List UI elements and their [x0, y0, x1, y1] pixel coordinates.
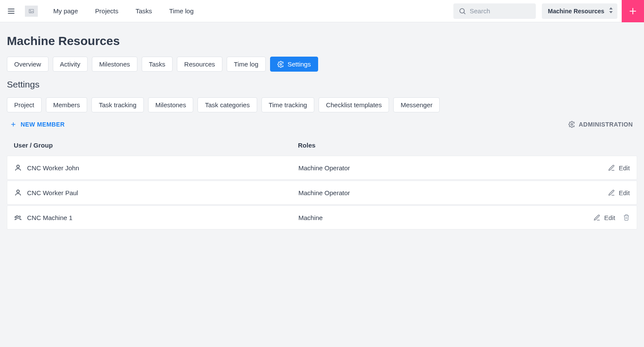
tab-overview[interactable]: Overview	[7, 57, 49, 72]
user-cell: CNC Worker Paul	[14, 189, 298, 196]
col-header-user: User / Group	[14, 142, 298, 149]
svg-point-12	[571, 124, 573, 125]
roles-cell: Machine	[298, 214, 570, 221]
subtab-row: ProjectMembersTask trackingMilestonesTas…	[7, 97, 637, 112]
new-member-label: NEW MEMBER	[21, 121, 65, 128]
svg-point-14	[17, 190, 19, 193]
tab-row: OverviewActivityMilestonesTasksResources…	[7, 57, 637, 72]
svg-point-17	[15, 217, 16, 218]
svg-line-6	[464, 12, 465, 14]
svg-point-9	[280, 63, 282, 65]
nav-links: My page Projects Tasks Time log	[46, 0, 201, 21]
tab-resources[interactable]: Resources	[177, 57, 222, 72]
image-icon	[27, 8, 35, 14]
nav-time-log[interactable]: Time log	[161, 0, 201, 21]
tab-label: Milestones	[99, 60, 130, 68]
subtab-messenger[interactable]: Messenger	[393, 97, 440, 112]
svg-point-4	[30, 10, 31, 11]
tab-settings[interactable]: Settings	[270, 57, 318, 72]
user-icon	[14, 189, 22, 196]
subtab-task-tracking[interactable]: Task tracking	[91, 97, 144, 112]
members-table: User / Group Roles CNC Worker JohnMachin…	[7, 142, 637, 229]
actions-cell: Edit	[570, 164, 630, 172]
actions-cell: Edit	[570, 214, 630, 221]
subtab-members[interactable]: Members	[46, 97, 88, 112]
gear-icon	[277, 61, 284, 68]
menu-toggle[interactable]	[0, 0, 22, 22]
logo[interactable]	[25, 6, 38, 17]
edit-button[interactable]: Edit	[608, 164, 630, 172]
actions-cell: Edit	[570, 189, 630, 196]
subtab-milestones[interactable]: Milestones	[148, 97, 194, 112]
table-header: User / Group Roles	[7, 142, 637, 156]
edit-label: Edit	[604, 214, 615, 221]
tab-label: Activity	[60, 60, 81, 68]
delete-button[interactable]	[623, 214, 630, 221]
trash-icon	[623, 214, 630, 221]
edit-icon	[593, 214, 601, 221]
svg-point-15	[16, 216, 18, 218]
topbar: My page Projects Tasks Time log Machine …	[0, 0, 644, 22]
edit-label: Edit	[619, 189, 630, 196]
plus-icon	[10, 121, 16, 127]
table-row: CNC Machine 1MachineEdit	[7, 205, 637, 229]
administration-link[interactable]: ADMINISTRATION	[568, 121, 637, 128]
page-title: Machine Resources	[7, 34, 637, 48]
section-title: Settings	[7, 79, 637, 90]
nav-projects[interactable]: Projects	[88, 0, 126, 21]
add-button[interactable]	[622, 0, 644, 22]
user-icon	[14, 164, 22, 172]
tab-label: Tasks	[149, 60, 165, 68]
edit-icon	[608, 189, 615, 196]
edit-icon	[608, 164, 615, 172]
svg-point-13	[17, 165, 19, 168]
user-cell: CNC Machine 1	[14, 214, 298, 221]
search-wrap	[453, 3, 536, 19]
new-member-button[interactable]: NEW MEMBER	[7, 119, 68, 130]
subtab-time-tracking[interactable]: Time tracking	[261, 97, 314, 112]
gear-icon	[568, 121, 575, 128]
edit-button[interactable]: Edit	[593, 214, 615, 221]
project-selector-label: Machine Resources	[548, 8, 605, 15]
svg-point-16	[19, 216, 21, 218]
user-cell: CNC Worker John	[14, 164, 298, 172]
tab-tasks[interactable]: Tasks	[142, 57, 173, 72]
tab-label: Overview	[14, 60, 41, 68]
roles-cell: Machine Operator	[298, 164, 570, 172]
member-name: CNC Worker John	[27, 164, 79, 172]
hamburger-icon	[7, 7, 15, 15]
member-name: CNC Machine 1	[27, 214, 73, 221]
tab-label: Time log	[234, 60, 258, 68]
svg-point-5	[460, 9, 465, 13]
page: Machine Resources OverviewActivityMilest…	[0, 22, 644, 247]
edit-button[interactable]: Edit	[608, 189, 630, 196]
subtab-task-categories[interactable]: Task categories	[197, 97, 257, 112]
roles-cell: Machine Operator	[298, 189, 570, 196]
administration-label: ADMINISTRATION	[579, 121, 633, 128]
member-name: CNC Worker Paul	[27, 189, 78, 196]
subtab-project[interactable]: Project	[7, 97, 42, 112]
search-icon	[459, 7, 466, 15]
edit-label: Edit	[619, 164, 630, 172]
tab-label: Resources	[184, 60, 215, 68]
table-row: CNC Worker PaulMachine OperatorEdit	[7, 181, 637, 205]
plus-icon	[628, 6, 638, 16]
tab-milestones[interactable]: Milestones	[92, 57, 137, 72]
table-row: CNC Worker JohnMachine OperatorEdit	[7, 156, 637, 180]
tab-label: Settings	[288, 60, 311, 68]
col-header-roles: Roles	[298, 142, 570, 149]
table-body: CNC Worker JohnMachine OperatorEditCNC W…	[7, 156, 637, 229]
nav-my-page[interactable]: My page	[46, 0, 86, 21]
group-icon	[14, 214, 22, 221]
subtab-checklist-templates[interactable]: Checklist templates	[319, 97, 389, 112]
action-bar: NEW MEMBER ADMINISTRATION	[7, 119, 637, 130]
tab-activity[interactable]: Activity	[53, 57, 88, 72]
nav-tasks[interactable]: Tasks	[128, 0, 160, 21]
tab-time-log[interactable]: Time log	[227, 57, 266, 72]
sort-icon	[609, 7, 613, 15]
project-selector[interactable]: Machine Resources	[542, 3, 617, 19]
